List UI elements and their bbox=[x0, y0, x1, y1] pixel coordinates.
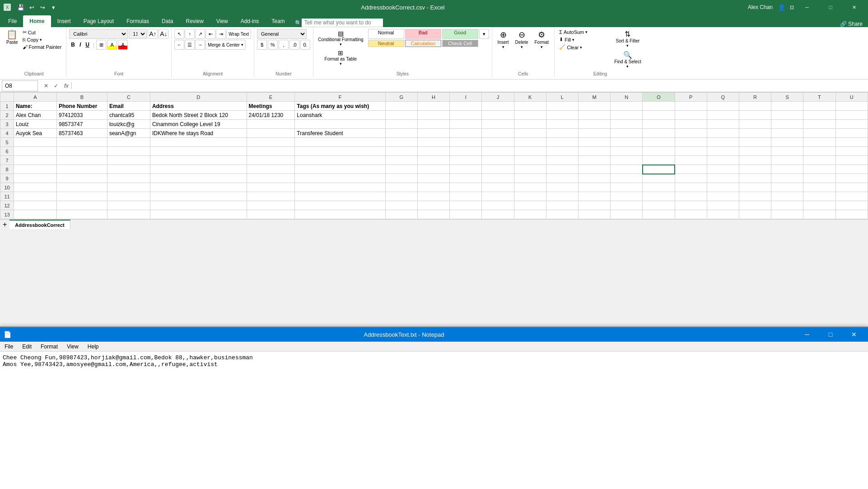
col-header-M[interactable]: M bbox=[578, 93, 610, 102]
add-sheet-button[interactable]: + bbox=[0, 220, 9, 230]
table-cell[interactable] bbox=[107, 183, 150, 192]
table-cell[interactable] bbox=[247, 210, 295, 219]
table-cell[interactable] bbox=[56, 210, 107, 219]
table-cell[interactable] bbox=[14, 210, 57, 219]
table-cell[interactable] bbox=[247, 156, 295, 165]
table-cell[interactable] bbox=[56, 201, 107, 210]
table-cell[interactable] bbox=[707, 210, 739, 219]
row-header-1[interactable]: 1 bbox=[0, 102, 14, 111]
table-cell[interactable]: Name: bbox=[14, 102, 57, 111]
table-cell[interactable] bbox=[578, 165, 610, 174]
row-header-5[interactable]: 5 bbox=[0, 138, 14, 147]
table-cell[interactable] bbox=[771, 174, 803, 183]
table-cell[interactable] bbox=[295, 147, 385, 156]
table-cell[interactable] bbox=[578, 201, 610, 210]
row-header-3[interactable]: 3 bbox=[0, 120, 14, 129]
table-cell[interactable] bbox=[803, 129, 835, 138]
table-cell[interactable] bbox=[150, 210, 247, 219]
cancel-formula-button[interactable]: ✕ bbox=[42, 81, 51, 90]
save-button[interactable]: 💾 bbox=[16, 3, 25, 12]
table-cell[interactable] bbox=[803, 156, 835, 165]
table-cell[interactable] bbox=[707, 156, 739, 165]
table-cell[interactable] bbox=[803, 120, 835, 129]
table-cell[interactable] bbox=[514, 210, 546, 219]
increase-font-button[interactable]: A↑ bbox=[148, 29, 158, 39]
table-cell[interactable] bbox=[107, 165, 150, 174]
table-cell[interactable] bbox=[546, 147, 578, 156]
italic-button[interactable]: I bbox=[78, 40, 83, 50]
fill-color-button[interactable]: A bbox=[107, 40, 117, 50]
style-good-button[interactable]: Good bbox=[442, 29, 478, 39]
table-cell[interactable] bbox=[771, 183, 803, 192]
table-cell[interactable] bbox=[107, 138, 150, 147]
fill-dropdown-icon[interactable]: ▾ bbox=[572, 38, 574, 42]
table-cell[interactable] bbox=[771, 111, 803, 120]
row-header-8[interactable]: 8 bbox=[0, 165, 14, 174]
table-cell[interactable] bbox=[707, 147, 739, 156]
table-cell[interactable] bbox=[150, 201, 247, 210]
table-cell[interactable] bbox=[385, 138, 417, 147]
table-cell[interactable] bbox=[514, 138, 546, 147]
accounting-button[interactable]: $ bbox=[257, 40, 267, 50]
redo-button[interactable]: ↪ bbox=[38, 3, 47, 12]
col-header-A[interactable]: A bbox=[14, 93, 57, 102]
table-cell[interactable] bbox=[546, 156, 578, 165]
table-cell[interactable] bbox=[707, 183, 739, 192]
col-header-U[interactable]: U bbox=[835, 93, 868, 102]
table-cell[interactable] bbox=[675, 165, 707, 174]
table-cell[interactable] bbox=[611, 147, 643, 156]
col-header-C[interactable]: C bbox=[107, 93, 150, 102]
table-cell[interactable] bbox=[835, 156, 868, 165]
table-cell[interactable] bbox=[707, 129, 739, 138]
table-cell[interactable] bbox=[611, 183, 643, 192]
tell-me-input[interactable] bbox=[302, 19, 383, 27]
col-header-D[interactable]: D bbox=[150, 93, 247, 102]
table-cell[interactable] bbox=[417, 174, 449, 183]
align-top-right-button[interactable]: ↗ bbox=[195, 29, 205, 39]
table-cell[interactable] bbox=[295, 120, 385, 129]
table-cell[interactable] bbox=[771, 120, 803, 129]
table-cell[interactable] bbox=[385, 183, 417, 192]
col-header-S[interactable]: S bbox=[771, 93, 803, 102]
table-cell[interactable] bbox=[482, 138, 514, 147]
table-cell[interactable] bbox=[450, 120, 482, 129]
table-cell[interactable] bbox=[675, 138, 707, 147]
table-cell[interactable] bbox=[14, 174, 57, 183]
table-cell[interactable] bbox=[514, 147, 546, 156]
table-cell[interactable] bbox=[578, 120, 610, 129]
table-cell[interactable] bbox=[295, 201, 385, 210]
table-cell[interactable] bbox=[739, 111, 771, 120]
table-cell[interactable] bbox=[450, 165, 482, 174]
decrease-font-button[interactable]: A↓ bbox=[159, 29, 168, 39]
table-cell[interactable] bbox=[417, 138, 449, 147]
table-cell[interactable] bbox=[835, 120, 868, 129]
table-cell[interactable] bbox=[739, 201, 771, 210]
profile-icon[interactable]: 👤 bbox=[778, 4, 785, 11]
table-cell[interactable] bbox=[417, 156, 449, 165]
tab-page-layout[interactable]: Page Layout bbox=[77, 15, 120, 27]
table-cell[interactable] bbox=[578, 183, 610, 192]
table-cell[interactable] bbox=[150, 147, 247, 156]
table-cell[interactable] bbox=[707, 102, 739, 111]
col-header-N[interactable]: N bbox=[611, 93, 643, 102]
restore-icon[interactable]: ⊡ bbox=[790, 5, 794, 10]
undo-button[interactable]: ↩ bbox=[27, 3, 36, 12]
table-cell[interactable] bbox=[295, 192, 385, 201]
table-cell[interactable] bbox=[417, 210, 449, 219]
table-cell[interactable] bbox=[295, 165, 385, 174]
table-cell[interactable] bbox=[247, 138, 295, 147]
table-cell[interactable] bbox=[707, 138, 739, 147]
table-cell[interactable] bbox=[707, 165, 739, 174]
insert-dropdown-icon[interactable]: ▾ bbox=[502, 45, 504, 49]
table-cell[interactable] bbox=[803, 111, 835, 120]
table-cell[interactable] bbox=[385, 156, 417, 165]
table-cell[interactable] bbox=[611, 156, 643, 165]
percent-button[interactable]: % bbox=[268, 40, 278, 50]
table-cell[interactable] bbox=[482, 183, 514, 192]
table-cell[interactable] bbox=[14, 192, 57, 201]
table-cell[interactable] bbox=[771, 192, 803, 201]
table-cell[interactable] bbox=[482, 120, 514, 129]
table-cell[interactable] bbox=[707, 192, 739, 201]
col-header-L[interactable]: L bbox=[546, 93, 578, 102]
table-cell[interactable] bbox=[482, 129, 514, 138]
